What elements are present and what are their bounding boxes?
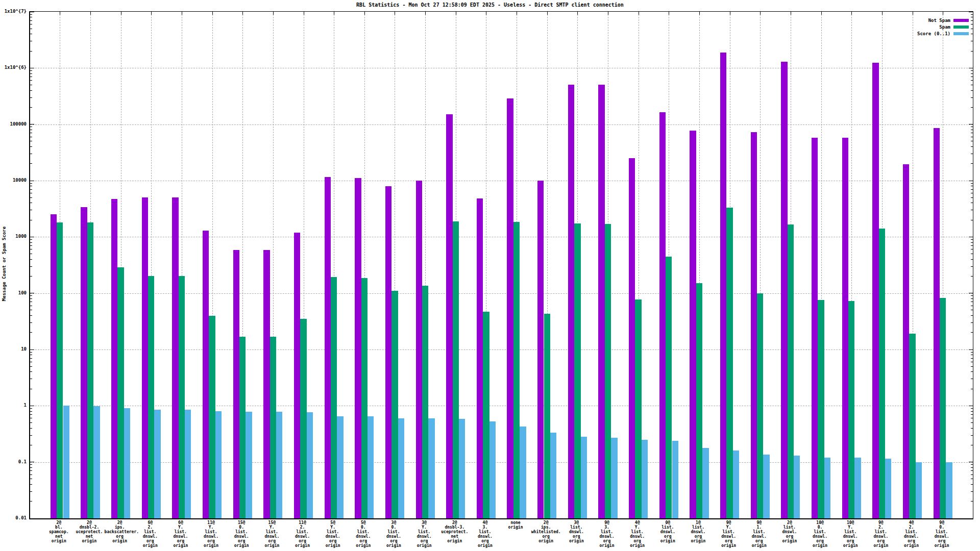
- h-gridline: [30, 68, 973, 68]
- bar-spam: [209, 316, 215, 518]
- x-tick-label-line: none: [500, 520, 531, 525]
- x-tick-label: 3@0.list.dnswl.orgorigin: [378, 520, 409, 548]
- x-tick-label-line: dnswl.: [561, 530, 592, 534]
- x-tick-label-line: 6@: [135, 520, 165, 525]
- bar-score-0-1: [459, 419, 465, 518]
- y-minor-tick-right: [971, 154, 973, 154]
- x-tick-label-line: 3.: [470, 525, 500, 530]
- x-tick-top: [182, 12, 182, 15]
- y-minor-tick-left: [30, 249, 32, 249]
- bar-not-spam: [111, 199, 117, 518]
- y-minor-tick-left: [30, 133, 32, 133]
- x-tick-label-line: list.: [409, 530, 439, 534]
- y-minor-tick-left: [30, 491, 32, 492]
- x-tick-top: [486, 12, 486, 15]
- bar-spam: [696, 283, 702, 518]
- x-tick-top: [760, 12, 761, 15]
- y-minor-tick-right: [971, 107, 973, 108]
- x-tick-label-line: list.: [378, 530, 409, 534]
- y-minor-tick-left: [30, 73, 32, 74]
- y-major-tick-right: [969, 293, 973, 293]
- bar-spam: [940, 298, 946, 518]
- x-tick-label-line: list.: [835, 530, 866, 534]
- x-tick-label: 6@2.list.dnswl.orgorigin: [135, 520, 165, 548]
- bar-score-0-1: [276, 412, 282, 518]
- y-minor-tick-right: [971, 186, 973, 186]
- x-tick-label-line: dnswl.: [257, 534, 287, 539]
- legend-label: Not Spam: [928, 18, 950, 23]
- y-minor-tick-left: [30, 210, 32, 210]
- x-tick-top: [730, 12, 730, 15]
- y-major-tick-left: [30, 68, 34, 68]
- x-tick-label-line: 9@: [714, 520, 744, 525]
- x-tick-label-line: 2@: [439, 520, 470, 525]
- x-tick-label-line: origin: [805, 543, 836, 548]
- y-minor-tick-right: [971, 41, 973, 41]
- x-tick-label-line: 4@: [622, 520, 653, 525]
- y-minor-tick-right: [971, 127, 973, 127]
- y-minor-tick-right: [971, 408, 973, 409]
- y-minor-tick-right: [971, 245, 973, 246]
- y-minor-tick-left: [30, 464, 32, 465]
- x-tick-label-line: org: [348, 539, 379, 543]
- x-tick-label-line: list.: [622, 530, 653, 534]
- x-tick-label-line: net: [74, 534, 105, 539]
- bar-spam: [87, 222, 93, 518]
- x-tick-label: 10@0.list.dnswl.orgorigin: [805, 520, 836, 548]
- bar-not-spam: [812, 138, 818, 518]
- bar-not-spam: [720, 53, 726, 518]
- y-minor-tick-right: [971, 249, 973, 249]
- y-minor-tick-right: [971, 137, 973, 137]
- x-tick-label-line: origin: [531, 539, 561, 543]
- h-gridline: [30, 349, 973, 350]
- bar-spam: [300, 319, 306, 518]
- bar-spam: [57, 222, 63, 518]
- x-tick-label-line: net: [439, 534, 470, 539]
- bar-not-spam: [233, 250, 239, 518]
- x-tick-label-line: org: [561, 534, 592, 539]
- bar-spam: [361, 278, 368, 518]
- x-tick-label-line: 0.: [226, 525, 257, 530]
- x-tick-label-line: Y.: [622, 525, 653, 530]
- x-tick-label-line: org: [652, 534, 683, 539]
- x-tick-label-line: Y.: [317, 525, 348, 530]
- x-tick-label: 2@ips.backscatterer.orgorigin: [105, 520, 135, 543]
- x-tick-label: 9@Y.list.dnswl.orgorigin: [714, 520, 744, 548]
- x-tick-top: [90, 12, 91, 15]
- y-minor-tick-right: [971, 355, 973, 355]
- x-tick-label-line: origin: [165, 543, 196, 548]
- y-minor-tick-left: [30, 484, 32, 485]
- x-tick-label-line: org: [287, 539, 318, 543]
- x-tick-label-line: dnswl.: [926, 534, 957, 539]
- y-minor-tick-left: [30, 77, 32, 77]
- bar-spam: [148, 276, 154, 518]
- x-tick-label-line: origin: [105, 539, 135, 543]
- x-tick-label-line: list.: [196, 530, 227, 534]
- y-tick-label: 0.01: [0, 515, 27, 520]
- x-tick-label-line: list.: [470, 530, 500, 534]
- x-tick-label-line: dnswl.: [348, 534, 379, 539]
- y-minor-tick-right: [971, 90, 973, 91]
- x-tick-label: 6@Y.list.dnswl.orgorigin: [165, 520, 196, 548]
- y-minor-tick-right: [971, 80, 973, 81]
- y-minor-tick-right: [971, 371, 973, 372]
- bar-score-0-1: [307, 412, 313, 518]
- x-tick-label-line: 2@: [105, 520, 135, 525]
- y-minor-tick-right: [971, 220, 973, 220]
- bar-score-0-1: [672, 441, 678, 518]
- bar-spam: [453, 221, 459, 518]
- x-tick-label-line: 0.: [926, 525, 957, 530]
- x-tick-label-line: dnswl.: [135, 534, 165, 539]
- x-tick-label-line: 2.: [287, 525, 318, 530]
- x-tick-label-line: Y.: [714, 525, 744, 530]
- x-tick-top: [791, 12, 791, 15]
- x-tick-label: 9@1.list.dnswl.orgorigin: [744, 520, 774, 548]
- y-minor-tick-right: [971, 254, 973, 254]
- x-tick-label-line: 11@: [287, 520, 318, 525]
- y-minor-tick-left: [30, 141, 32, 141]
- x-tick-top: [151, 12, 152, 15]
- x-tick-label-line: origin: [439, 539, 470, 543]
- x-tick-label-line: org: [835, 539, 866, 543]
- y-major-tick-left: [30, 518, 34, 519]
- x-tick-top: [882, 12, 883, 15]
